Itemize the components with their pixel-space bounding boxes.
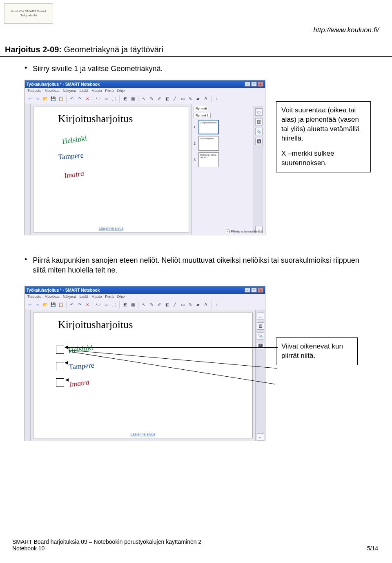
page-thumbnail[interactable]: 1 Kirjoitusharjoitus — [198, 120, 219, 134]
magic-pen-icon[interactable]: ✎ — [187, 302, 194, 308]
shape-icon[interactable]: ▭ — [179, 96, 186, 102]
gallery-tab-icon[interactable]: 🖼 — [257, 322, 264, 330]
pen-icon[interactable]: ✎ — [148, 302, 155, 308]
shade-icon[interactable]: ▭ — [103, 302, 109, 308]
move-panel-icon[interactable]: ↔ — [257, 433, 264, 441]
minimize-icon[interactable]: – — [245, 82, 250, 87]
attachments-tab-icon[interactable]: 📎 — [255, 128, 263, 135]
undo-icon[interactable]: ↶ — [69, 302, 75, 308]
page-thumbnail[interactable]: 3 Masterien käyttö -harjoitus — [198, 152, 219, 167]
fullscreen-icon[interactable]: ⛶ — [111, 96, 117, 102]
callout-2-text: Viivat oikenevat kun piirrät niitä. — [281, 342, 352, 361]
square-shape — [56, 362, 64, 370]
window-titlebar: Työkaluharjoitus * - SMART Notebook – □ … — [25, 286, 265, 294]
separator-icon — [93, 95, 93, 103]
side-tab[interactable]: Ryhmät — [194, 106, 209, 111]
redo-icon[interactable]: ↷ — [76, 96, 83, 102]
menu-item[interactable]: Piirrä — [105, 295, 114, 299]
menu-item[interactable]: Muokkaa — [45, 295, 60, 299]
canvas-area[interactable]: Kirjoitusharjoitus Helsinki Tampere Imat… — [33, 107, 189, 232]
shape-icon[interactable]: ▭ — [179, 302, 186, 308]
menu-item[interactable]: Näkymä — [63, 295, 76, 299]
capture-icon[interactable]: ◩ — [122, 302, 128, 308]
menu-item[interactable]: Lisää — [80, 89, 89, 93]
open-icon[interactable]: 📂 — [42, 302, 49, 308]
save-icon[interactable]: 💾 — [50, 302, 56, 308]
line-icon[interactable]: ╱ — [172, 96, 178, 102]
shade-icon[interactable]: ▭ — [103, 96, 109, 102]
toolbar: ⇦ ⇨ 📂 💾 📋 ↶ ↷ ✕ 🖵 ▭ ⛶ ◩ ▦ ↖ ✎ ✐ ◧ ╱ ▭ ✎ … — [25, 94, 265, 104]
menu-item[interactable]: Muokkaa — [45, 89, 60, 93]
menu-item[interactable]: Muoto — [91, 89, 102, 93]
close-icon[interactable]: × — [258, 82, 263, 87]
paste-icon[interactable]: 📋 — [58, 96, 64, 102]
gallery-tab-icon[interactable]: 🖼 — [255, 118, 263, 125]
menu-item[interactable]: Lisää — [80, 295, 89, 299]
menu-item[interactable]: Piirrä — [105, 89, 114, 93]
eraser-icon[interactable]: ◧ — [164, 302, 170, 308]
save-icon[interactable]: 💾 — [50, 96, 56, 102]
callout-1-text-a: Voit suurentaa (oikea tai alas) ja piene… — [281, 106, 365, 143]
side-tab[interactable]: Ryhmä 1 — [194, 113, 211, 118]
left-edge — [25, 310, 31, 441]
screenshot-1: Työkaluharjoitus * - SMART Notebook – □ … — [24, 80, 265, 235]
maximize-icon[interactable]: □ — [251, 82, 257, 87]
text-icon[interactable]: A — [203, 302, 209, 308]
table-icon[interactable]: ▦ — [129, 96, 136, 102]
capture-icon[interactable]: ◩ — [122, 96, 128, 102]
bullet-dot-icon: • — [24, 255, 27, 275]
menu-item[interactable]: Ohje — [117, 295, 125, 299]
delete-icon[interactable]: ✕ — [84, 302, 91, 308]
back-icon[interactable]: ⇦ — [27, 302, 33, 308]
creative-pen-icon[interactable]: ✐ — [156, 302, 163, 308]
undo-icon[interactable]: ↶ — [69, 96, 75, 102]
fill-icon[interactable]: ▰ — [195, 302, 201, 308]
close-icon[interactable]: × — [258, 288, 263, 293]
fullscreen-icon[interactable]: ⛶ — [111, 302, 117, 308]
city-tampere: Tampere — [68, 361, 94, 371]
pointer-icon[interactable]: ↖ — [140, 96, 147, 102]
move-toolbar-icon[interactable]: ↕ — [214, 302, 220, 308]
screen-icon[interactable]: 🖵 — [95, 96, 102, 102]
pen-icon[interactable]: ✎ — [148, 96, 155, 102]
forward-icon[interactable]: ⇨ — [34, 96, 41, 102]
attachments-tab-icon[interactable]: 📎 — [257, 332, 264, 340]
open-icon[interactable]: 📂 — [42, 96, 49, 102]
pages-tab-icon[interactable]: ▭ — [257, 313, 264, 320]
minimize-icon[interactable]: – — [245, 288, 250, 293]
menu-item[interactable]: Näkymä — [63, 89, 76, 93]
forward-icon[interactable]: ⇨ — [34, 302, 41, 308]
screen-icon[interactable]: 🖵 — [95, 302, 102, 308]
expand-page-link[interactable]: Laajenna sivua — [99, 226, 124, 230]
redo-icon[interactable]: ↷ — [76, 302, 83, 308]
maximize-icon[interactable]: □ — [251, 288, 257, 293]
window-title: Työkaluharjoitus * - SMART Notebook — [27, 82, 100, 87]
autohide-checkbox[interactable]: ✓ Piilota automaattisesti — [226, 230, 263, 233]
pointer-icon[interactable]: ↖ — [140, 302, 147, 308]
fill-icon[interactable]: ▰ — [195, 96, 201, 102]
page-thumbnail[interactable]: 2 Piirtoharjoitus — [198, 136, 219, 151]
pages-tab-icon[interactable]: ▭ — [255, 108, 263, 116]
heading-prefix: Harjoitus 2-09: — [5, 45, 62, 54]
text-icon[interactable]: A — [203, 96, 209, 102]
properties-tab-icon[interactable]: 🅰 — [257, 342, 264, 349]
arrow-head-icon — [65, 378, 69, 382]
paste-icon[interactable]: 📋 — [58, 302, 64, 308]
menu-item[interactable]: Muoto — [91, 295, 102, 299]
properties-tab-icon[interactable]: 🅰 — [255, 138, 263, 145]
menu-item[interactable]: Tiedosto — [27, 295, 41, 299]
line-icon[interactable]: ╱ — [172, 302, 178, 308]
table-icon[interactable]: ▦ — [129, 302, 136, 308]
menu-item[interactable]: Tiedosto — [27, 89, 41, 93]
city-imatra: Imatra — [64, 169, 85, 180]
magic-pen-icon[interactable]: ✎ — [187, 96, 194, 102]
creative-pen-icon[interactable]: ✐ — [156, 96, 163, 102]
checkbox-icon[interactable]: ✓ — [226, 230, 229, 233]
eraser-icon[interactable]: ◧ — [164, 96, 170, 102]
back-icon[interactable]: ⇦ — [27, 96, 33, 102]
bullet-dot-icon: • — [24, 64, 27, 74]
expand-page-link[interactable]: Laajenna sivua — [131, 432, 156, 436]
delete-icon[interactable]: ✕ — [84, 96, 91, 102]
move-toolbar-icon[interactable]: ↕ — [214, 96, 220, 102]
menu-item[interactable]: Ohje — [117, 89, 125, 93]
